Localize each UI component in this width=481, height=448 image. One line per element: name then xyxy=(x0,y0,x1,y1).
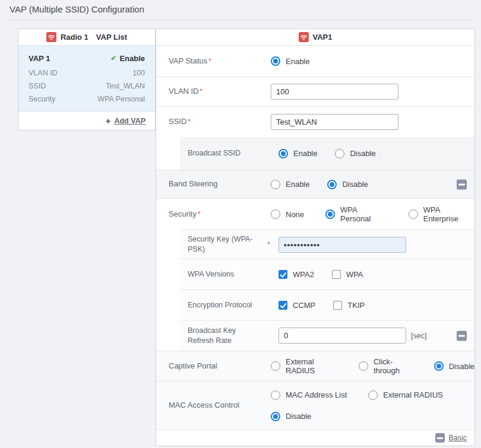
security-key-input[interactable] xyxy=(279,237,406,253)
option-label: Click-through xyxy=(374,357,413,375)
vap-config-header: VAP1 xyxy=(156,29,474,46)
plus-icon: + xyxy=(106,116,111,125)
vlan-id-input[interactable] xyxy=(271,84,398,100)
row-ssid: SSID* xyxy=(156,106,474,137)
vap-card-security-value: WPA Personal xyxy=(97,93,145,106)
option-label: Enable xyxy=(286,57,309,66)
radio-selected-icon[interactable] xyxy=(279,149,288,158)
broadcast-ssid-disable-option[interactable]: Disable xyxy=(335,149,375,158)
radio-unselected-icon[interactable] xyxy=(271,390,280,400)
vap-card-row-vlan: VLAN ID 100 xyxy=(29,66,145,80)
option-label: Disable xyxy=(286,412,311,421)
row-security: Security* None WPA Personal WPA Enterpri… xyxy=(156,198,474,230)
indent-strip xyxy=(156,320,180,351)
option-label: WPA2 xyxy=(293,270,314,279)
captive-portal-disable-option[interactable]: Disable xyxy=(434,361,474,371)
radio-label: Radio 1 xyxy=(61,33,88,42)
wpa2-checkbox-option[interactable]: WPA2 xyxy=(279,270,314,279)
option-label: Disable xyxy=(342,180,368,189)
wpa-versions-label: WPA Versions xyxy=(188,269,264,279)
add-vap-bar: + Add VAP xyxy=(18,111,155,130)
vap-list-title: VAP List xyxy=(96,33,127,42)
row-basic-toggle: Basic xyxy=(156,430,474,446)
basic-link[interactable]: Basic xyxy=(448,434,467,442)
vap-card-row-security: Security WPA Personal xyxy=(29,93,145,106)
mac-access-control-label: MAC Access Control xyxy=(156,401,271,411)
option-label: WPA Enterprise xyxy=(423,205,474,223)
checkbox-checked-icon[interactable] xyxy=(279,270,287,279)
option-label: External RADIUS xyxy=(383,390,442,399)
broadcast-ssid-label: Broadcast SSID xyxy=(188,148,264,158)
row-security-key: Security Key (WPA-PSK) * xyxy=(156,230,474,259)
radio-unselected-icon[interactable] xyxy=(359,361,368,371)
wifi-icon xyxy=(299,32,309,42)
captive-portal-click-through-option[interactable]: Click-through xyxy=(359,357,413,375)
radio-selected-icon[interactable] xyxy=(271,412,280,421)
add-vap-button[interactable]: Add VAP xyxy=(114,117,145,125)
security-wpa-enterprise-option[interactable]: WPA Enterprise xyxy=(409,205,474,223)
vap-card-security-label: Security xyxy=(29,93,55,106)
vap-card-vlan-label: VLAN ID xyxy=(29,66,58,80)
option-label: Disable xyxy=(449,362,474,371)
radio-selected-icon[interactable] xyxy=(271,56,280,66)
seconds-unit-label: [sec] xyxy=(411,332,426,340)
required-asterisk: * xyxy=(188,117,191,126)
mac-address-list-option[interactable]: MAC Address List xyxy=(271,390,347,400)
vlan-id-label: VLAN ID* xyxy=(156,87,271,97)
vap-card-row-ssid: SSID Test_WLAN xyxy=(29,80,145,93)
radio-selected-icon[interactable] xyxy=(434,361,444,371)
option-label: TKIP xyxy=(347,301,365,310)
band-steering-disable-option[interactable]: Disable xyxy=(327,180,368,189)
tkip-checkbox-option[interactable]: TKIP xyxy=(333,301,365,310)
radio-unselected-icon[interactable] xyxy=(335,149,344,158)
row-broadcast-key-refresh: Broadcast Key Refresh Rate [sec] xyxy=(156,320,474,351)
broadcast-ssid-enable-option[interactable]: Enable xyxy=(279,149,317,158)
radio-unselected-icon[interactable] xyxy=(271,180,280,189)
check-icon: ✔ xyxy=(110,54,116,62)
band-steering-label: Band Steering xyxy=(156,179,271,189)
vap-status-label: VAP Status* xyxy=(156,56,271,66)
required-asterisk: * xyxy=(198,210,201,218)
broadcast-key-refresh-input[interactable] xyxy=(279,328,406,344)
row-mac-access-control: MAC Access Control MAC Address List Exte… xyxy=(156,381,474,430)
security-wpa-personal-option[interactable]: WPA Personal xyxy=(325,205,387,223)
checkbox-checked-icon[interactable] xyxy=(279,301,287,310)
indent-strip xyxy=(156,137,180,170)
row-wpa-versions: WPA Versions WPA2 WPA xyxy=(156,259,474,290)
radio-selected-icon[interactable] xyxy=(325,209,335,219)
row-encryption-protocol: Encryption Protocol CCMP TKIP xyxy=(156,290,474,320)
option-label: Enable xyxy=(286,180,309,189)
page-title: VAP (Multiple SSID) Configuration xyxy=(10,4,144,14)
collapse-broadcast-key-button[interactable] xyxy=(457,331,467,341)
mac-external-radius-option[interactable]: External RADIUS xyxy=(368,390,442,400)
captive-portal-external-radius-option[interactable]: External RADIUS xyxy=(271,357,337,375)
collapse-band-steering-button[interactable] xyxy=(457,179,467,189)
radio-selected-icon[interactable] xyxy=(327,180,337,189)
ssid-input[interactable] xyxy=(271,114,398,130)
option-label: MAC Address List xyxy=(286,390,347,399)
radio-unselected-icon[interactable] xyxy=(368,390,378,400)
security-none-option[interactable]: None xyxy=(271,209,304,219)
ccmp-checkbox-option[interactable]: CCMP xyxy=(279,301,315,310)
checkbox-unchecked-icon[interactable] xyxy=(333,301,342,310)
required-asterisk: * xyxy=(208,57,211,65)
title-divider xyxy=(10,20,473,20)
checkbox-unchecked-icon[interactable] xyxy=(332,270,341,279)
option-label: External RADIUS xyxy=(286,357,337,375)
mac-disable-option[interactable]: Disable xyxy=(271,412,311,421)
wpa-checkbox-option[interactable]: WPA xyxy=(332,270,363,279)
vap-card[interactable]: VAP 1 ✔ Enable VLAN ID 100 SSID Test_WLA… xyxy=(18,46,155,111)
ssid-label: SSID* xyxy=(156,117,271,127)
radio-unselected-icon[interactable] xyxy=(271,209,280,219)
vap-list-panel: Radio 1 VAP List VAP 1 ✔ Enable VLAN ID … xyxy=(18,28,156,131)
radio-unselected-icon[interactable] xyxy=(409,209,418,219)
vap-status-enable-option[interactable]: Enable xyxy=(271,56,309,66)
band-steering-enable-option[interactable]: Enable xyxy=(271,180,309,189)
row-band-steering: Band Steering Enable Disable xyxy=(156,170,474,198)
indent-strip xyxy=(156,259,180,290)
collapse-basic-icon[interactable] xyxy=(435,433,445,443)
option-label: WPA Personal xyxy=(340,205,387,223)
radio-unselected-icon[interactable] xyxy=(271,361,280,371)
security-label: Security* xyxy=(156,209,271,220)
vap-card-status: ✔ Enable xyxy=(110,54,145,63)
